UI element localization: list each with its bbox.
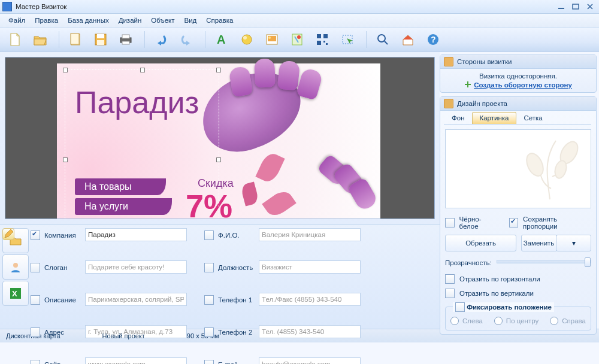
- site-checkbox[interactable]: [31, 360, 40, 364]
- svg-rect-3: [71, 34, 79, 44]
- lock-position-group: Фиксировать положение Слева По центру Сп…: [445, 307, 591, 330]
- svg-rect-1: [573, 4, 579, 9]
- menu-view[interactable]: Вид: [179, 14, 201, 27]
- flip-h-label: Отразить по горизонтали: [459, 275, 540, 283]
- flip-v-label: Отразить по вертикали: [459, 290, 534, 297]
- address-checkbox[interactable]: [31, 327, 40, 337]
- replace-dropdown[interactable]: ▾: [556, 235, 591, 251]
- qr-code-button[interactable]: [311, 30, 334, 49]
- svg-rect-5: [97, 34, 104, 38]
- canvas[interactable]: Парадиз На товары На услуги Скидка 7%: [5, 57, 435, 219]
- open-button[interactable]: [29, 30, 52, 49]
- minimize-button[interactable]: [555, 2, 568, 11]
- svg-text:?: ?: [431, 35, 436, 44]
- svg-rect-22: [326, 43, 328, 45]
- plus-icon: [464, 81, 471, 88]
- print-button[interactable]: [114, 30, 137, 49]
- fields-panel: X КомпанияФ.И.О.СлоганДолжностьОписаниеТ…: [0, 224, 440, 329]
- fio-checkbox[interactable]: [204, 230, 214, 240]
- tab-background[interactable]: Фон: [444, 112, 473, 124]
- flip-h-checkbox[interactable]: [445, 274, 455, 284]
- phone1-label: Телефон 1: [218, 296, 255, 304]
- company-input[interactable]: [85, 228, 187, 241]
- maximize-button[interactable]: [569, 2, 582, 11]
- help-button[interactable]: ?: [422, 30, 444, 49]
- menu-help[interactable]: Справка: [201, 14, 238, 27]
- align-left-radio[interactable]: [450, 317, 459, 325]
- phone2-checkbox[interactable]: [204, 327, 214, 337]
- sidetab-user[interactable]: [2, 254, 29, 280]
- tab-grid[interactable]: Сетка: [516, 112, 550, 124]
- map-tool-button[interactable]: [286, 30, 308, 49]
- menu-object[interactable]: Объект: [146, 14, 179, 27]
- panel-sides-header: Стороны визитки: [440, 55, 596, 69]
- home-button[interactable]: [397, 30, 419, 49]
- save-button[interactable]: [89, 30, 112, 49]
- opacity-slider[interactable]: [497, 260, 591, 263]
- sidetab-excel[interactable]: X: [2, 281, 29, 306]
- align-right-radio[interactable]: [550, 317, 558, 325]
- menu-file[interactable]: Файл: [4, 14, 30, 27]
- fio-label: Ф.И.О.: [218, 232, 255, 239]
- svg-text:A: A: [217, 33, 225, 46]
- window-title: Мастер Визиток: [16, 3, 66, 10]
- svg-point-17: [297, 35, 301, 39]
- text-tool-button[interactable]: A: [210, 30, 233, 49]
- svg-rect-9: [122, 41, 129, 44]
- slogan-input[interactable]: [85, 260, 187, 274]
- replace-button[interactable]: Заменить: [521, 235, 556, 251]
- zoom-button[interactable]: [371, 30, 394, 49]
- close-button[interactable]: [583, 2, 597, 11]
- fio-input[interactable]: [259, 228, 361, 241]
- undo-button[interactable]: [150, 30, 173, 49]
- shape-tool-button[interactable]: [235, 30, 258, 49]
- slogan-label: Слоган: [44, 264, 81, 271]
- crop-button[interactable]: Обрезать: [445, 235, 516, 251]
- design-icon: [444, 99, 453, 108]
- phone2-label: Телефон 2: [218, 329, 255, 336]
- selection-tool-button[interactable]: [336, 30, 359, 49]
- keep-ratio-checkbox[interactable]: [509, 218, 519, 228]
- app-icon: [2, 2, 12, 11]
- position-checkbox[interactable]: [204, 263, 214, 272]
- svg-rect-18: [317, 34, 321, 38]
- slogan-checkbox[interactable]: [31, 263, 40, 272]
- image-tool-button[interactable]: [261, 30, 283, 49]
- open-recent-button[interactable]: [64, 30, 87, 49]
- menu-edit[interactable]: Правка: [30, 14, 63, 27]
- image-preview: [445, 129, 591, 208]
- svg-point-15: [268, 37, 271, 39]
- desc-checkbox[interactable]: [31, 295, 40, 305]
- panel-design-header: Дизайн проекта: [440, 97, 596, 111]
- flip-v-checkbox[interactable]: [445, 289, 455, 298]
- redo-button[interactable]: [175, 30, 198, 49]
- email-checkbox[interactable]: [204, 360, 214, 364]
- create-back-side-link[interactable]: Создать оборотную сторону: [474, 81, 572, 89]
- phone1-input[interactable]: [259, 293, 361, 306]
- sidetab-edit[interactable]: [2, 228, 14, 240]
- email-input[interactable]: [259, 357, 361, 364]
- svg-point-24: [378, 35, 385, 42]
- svg-point-11: [242, 35, 252, 44]
- site-input[interactable]: [85, 357, 187, 364]
- desc-input[interactable]: [85, 293, 187, 306]
- tab-image[interactable]: Картинка: [472, 112, 517, 124]
- company-checkbox[interactable]: [31, 230, 40, 240]
- bw-checkbox[interactable]: [445, 218, 455, 228]
- menu-design[interactable]: Дизайн: [114, 14, 147, 27]
- svg-rect-8: [122, 35, 129, 38]
- selection-box[interactable]: [65, 69, 219, 219]
- new-file-button[interactable]: [4, 30, 26, 49]
- phone2-input[interactable]: [259, 325, 361, 338]
- lock-position-checkbox[interactable]: [455, 302, 465, 312]
- menu-database[interactable]: База данных: [63, 14, 114, 27]
- align-center-radio[interactable]: [494, 317, 503, 325]
- position-input[interactable]: [259, 260, 361, 274]
- phone1-checkbox[interactable]: [204, 295, 214, 305]
- email-label: E-mail: [218, 361, 255, 364]
- status-dimensions: 90 x 50 мм: [187, 332, 219, 339]
- svg-rect-0: [558, 8, 564, 9]
- menu-bar: Файл Правка База данных Дизайн Объект Ви…: [0, 14, 599, 28]
- svg-rect-21: [323, 41, 325, 43]
- svg-rect-23: [343, 35, 352, 44]
